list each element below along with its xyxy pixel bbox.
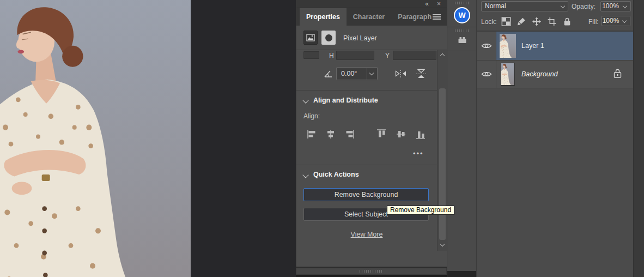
remove-background-button[interactable]: Remove Background — [303, 188, 429, 201]
mask-icon-button[interactable] — [321, 31, 336, 45]
lock-artboard-icon[interactable] — [547, 17, 557, 26]
blend-mode-select[interactable]: Normal — [481, 1, 568, 11]
thumbnail-selection-bracket — [513, 34, 516, 37]
y-position-input[interactable] — [393, 51, 436, 60]
more-options-icon[interactable]: ••• — [413, 149, 424, 158]
flip-horizontal-button[interactable] — [394, 69, 408, 79]
lock-position-move-icon[interactable] — [532, 17, 542, 26]
pixel-layer-icon-button[interactable] — [303, 31, 318, 45]
document-canvas[interactable] — [0, 0, 191, 277]
chevron-down-icon — [623, 4, 627, 8]
flip-vertical-button[interactable] — [414, 68, 428, 80]
height-input[interactable] — [336, 51, 374, 60]
align-top-edges-button[interactable] — [376, 129, 386, 140]
opacity-label: Opacity: — [572, 3, 596, 10]
section-divider — [296, 90, 447, 91]
layer1-thumbnail[interactable] — [500, 34, 516, 58]
selected-layer-highlight[interactable]: Layer 1 — [496, 32, 633, 60]
lock-image-pixels-brush-icon[interactable] — [517, 17, 526, 26]
mask-icon — [325, 34, 332, 41]
dock-divider — [447, 51, 476, 51]
scroll-down-icon[interactable] — [440, 242, 445, 246]
fill-label: Fill: — [588, 18, 599, 26]
properties-panel-titlebar: « × — [296, 0, 447, 8]
fill-input[interactable]: 100% — [602, 16, 620, 26]
thumbnail-selection-bracket — [500, 34, 503, 37]
image-icon — [306, 34, 315, 41]
partial-field — [303, 51, 319, 59]
panel-menu-icon[interactable] — [433, 14, 441, 20]
chevron-down-icon — [622, 19, 627, 23]
scrollbar-thumb[interactable] — [439, 88, 446, 240]
align-bottom-edges-button[interactable] — [416, 129, 426, 140]
background-thumbnail[interactable] — [501, 63, 515, 86]
fill-dropdown[interactable] — [619, 16, 630, 26]
photoshop-app: « × Properties Character Paragraph Pixel… — [0, 0, 644, 277]
plugin-dock-strip: W — [447, 0, 477, 277]
lock-label: Lock: — [481, 18, 497, 26]
collapse-panel-icon[interactable]: « — [425, 0, 429, 8]
chevron-down-icon — [561, 4, 565, 8]
canvas-workspace[interactable] — [0, 0, 296, 277]
thumbnail-selection-bracket — [513, 55, 516, 58]
view-more-link[interactable]: View More — [296, 231, 437, 238]
scroll-up-icon[interactable] — [440, 53, 445, 58]
plugin-panel-icon[interactable] — [458, 35, 467, 44]
layer1-name[interactable]: Layer 1 — [521, 42, 544, 50]
align-horizontal-centers-button[interactable] — [326, 129, 336, 140]
window-right-edge — [633, 0, 644, 277]
blend-mode-value: Normal — [485, 2, 506, 10]
rotate-angle-icon — [324, 69, 333, 79]
eye-icon — [481, 42, 492, 50]
grip-handle-icon — [455, 2, 469, 4]
lock-transparent-pixels-icon[interactable] — [501, 17, 511, 26]
rotate-angle-dropdown[interactable] — [367, 67, 378, 80]
align-left-edges-button[interactable] — [307, 129, 317, 140]
properties-tab-bar: Properties Character Paragraph — [296, 8, 447, 26]
visibility-toggle[interactable] — [477, 61, 496, 88]
align-right-edges-button[interactable] — [345, 129, 355, 140]
layer-locked-icon[interactable] — [613, 68, 622, 79]
section-divider — [296, 165, 447, 165]
layer-type-row: Pixel Layer — [296, 26, 447, 50]
layer-type-label: Pixel Layer — [343, 34, 377, 42]
chevron-down-icon — [369, 71, 374, 75]
grip-handle-icon — [455, 29, 469, 32]
chevron-down-icon[interactable] — [302, 97, 308, 103]
properties-panel: « × Properties Character Paragraph Pixel… — [296, 0, 447, 267]
layers-panel: Normal Opacity: 100% Lock: Fill: 100% — [477, 0, 633, 277]
thumbnail-selection-bracket — [500, 55, 503, 58]
tab-paragraph[interactable]: Paragraph — [391, 8, 438, 26]
grip-handle-icon — [360, 270, 384, 273]
height-label: H — [329, 52, 334, 59]
remove-background-tooltip: Remove Background — [387, 206, 454, 215]
opacity-input[interactable]: 100% — [600, 1, 621, 11]
background-thumbnail-image — [501, 63, 514, 85]
divider — [477, 88, 633, 88]
chevron-down-icon[interactable] — [302, 172, 308, 178]
align-vertical-centers-button[interactable] — [396, 129, 406, 140]
quick-actions-section-header[interactable]: Quick Actions — [313, 171, 359, 178]
rotate-angle-input[interactable]: 0.00° — [336, 67, 367, 80]
layer-row-background[interactable]: Background — [477, 61, 633, 88]
tab-character[interactable]: Character — [347, 8, 391, 26]
background-layer-name[interactable]: Background — [521, 70, 558, 78]
close-panel-icon[interactable]: × — [437, 0, 441, 8]
visibility-toggle[interactable] — [477, 32, 496, 60]
app-edge — [447, 271, 476, 277]
w-plugin-icon: W — [455, 8, 469, 22]
dock-divider — [447, 27, 476, 27]
app-edge — [296, 275, 447, 277]
properties-scrollbar[interactable] — [437, 50, 447, 251]
opacity-dropdown[interactable] — [620, 1, 631, 11]
layer-row-layer1[interactable]: Layer 1 — [477, 32, 633, 60]
photo-woman-floral-dress — [0, 0, 191, 277]
lock-all-icon[interactable] — [562, 17, 572, 26]
align-label: Align: — [303, 112, 320, 120]
collapsed-panel-strip[interactable] — [296, 268, 447, 275]
y-position-label: Y — [385, 52, 390, 59]
w-plugin-button[interactable]: W — [454, 7, 470, 23]
tab-properties[interactable]: Properties — [300, 8, 347, 26]
eye-icon — [481, 70, 492, 78]
align-distribute-section-header[interactable]: Align and Distribute — [313, 97, 378, 104]
